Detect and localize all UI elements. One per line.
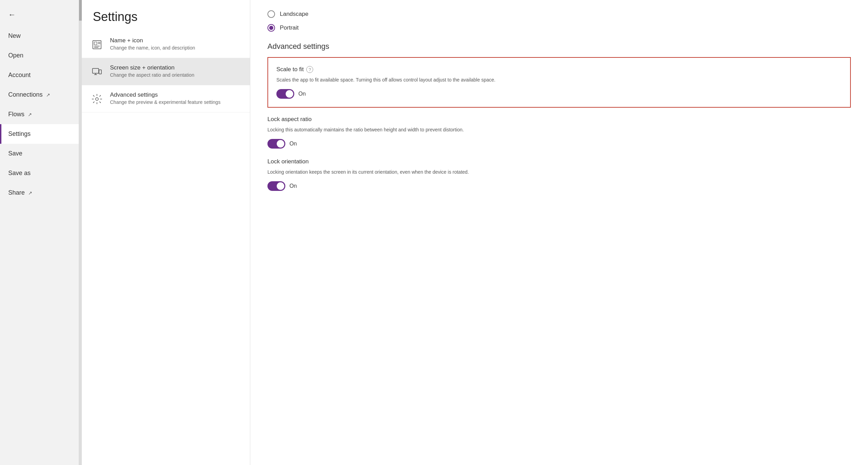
lock-aspect-toggle-knob [277,140,284,148]
content-area: Landscape Portrait Advanced settings Sca… [250,0,868,465]
external-link-icon-flows: ↗ [28,112,32,117]
scale-to-fit-toggle-label: On [298,91,306,97]
name-icon-desc: Change the name, icon, and description [110,45,195,51]
lock-aspect-desc: Locking this automatically maintains the… [267,126,851,133]
lock-aspect-section: Lock aspect ratio Locking this automatic… [267,116,851,149]
portrait-radio-label: Portrait [280,24,299,31]
sidebar-item-label-save: Save [8,150,22,157]
svg-rect-6 [92,68,99,73]
settings-panel: Settings Name + icon Change the name, ic… [82,0,250,465]
scale-to-fit-title: Scale to fit [276,66,304,73]
settings-menu-screen-size[interactable]: Screen size + orientation Change the asp… [82,58,250,85]
settings-menu-advanced[interactable]: Advanced settings Change the preview & e… [82,85,250,112]
sidebar-item-label-flows: Flows [8,111,24,118]
scale-to-fit-toggle[interactable] [276,89,294,99]
advanced-label: Advanced settings [110,91,220,98]
settings-menu-name-icon[interactable]: Name + icon Change the name, icon, and d… [82,31,250,58]
scale-to-fit-toggle-row: On [276,89,842,99]
advanced-text: Advanced settings Change the preview & e… [110,91,220,105]
name-icon-label: Name + icon [110,37,195,44]
sidebar-item-open[interactable]: Open [0,46,79,65]
landscape-radio-circle [267,10,275,18]
sidebar: ← New Open Account Connections ↗ Flows ↗… [0,0,79,465]
sidebar-item-label-new: New [8,32,21,40]
scale-to-fit-toggle-knob [286,90,293,98]
screen-size-text: Screen size + orientation Change the asp… [110,64,194,78]
sidebar-scrollbar[interactable] [79,0,82,465]
scale-to-fit-help-icon[interactable]: ? [306,66,313,73]
sidebar-item-settings[interactable]: Settings [0,124,79,144]
sidebar-item-save-as[interactable]: Save as [0,163,79,183]
external-link-icon-connections: ↗ [46,92,50,98]
name-icon-icon [90,38,104,52]
sidebar-item-label-save-as: Save as [8,170,31,177]
lock-orientation-toggle-row: On [267,181,851,191]
back-button[interactable]: ← [0,3,79,26]
lock-orientation-toggle[interactable] [267,181,285,191]
sidebar-item-label-connections: Connections [8,91,43,98]
sidebar-item-account[interactable]: Account [0,65,79,85]
sidebar-item-flows[interactable]: Flows ↗ [0,105,79,124]
advanced-settings-svg [91,94,102,105]
name-icon-text: Name + icon Change the name, icon, and d… [110,37,195,51]
lock-orientation-title: Lock orientation [267,158,309,165]
lock-aspect-toggle-label: On [289,141,297,147]
lock-aspect-row: Lock aspect ratio [267,116,851,123]
lock-aspect-title: Lock aspect ratio [267,116,312,123]
lock-aspect-toggle-row: On [267,139,851,149]
sidebar-item-label-share: Share [8,189,25,196]
sidebar-item-label-open: Open [8,52,23,59]
sidebar-item-save[interactable]: Save [0,144,79,163]
screen-size-label: Screen size + orientation [110,64,194,71]
sidebar-item-label-settings: Settings [8,130,31,138]
settings-title: Settings [82,0,250,31]
lock-orientation-section: Lock orientation Locking orientation kee… [267,158,851,191]
sidebar-item-connections[interactable]: Connections ↗ [0,85,79,105]
portrait-radio[interactable]: Portrait [267,24,851,32]
scale-to-fit-desc: Scales the app to fit available space. T… [276,76,842,84]
portrait-radio-circle [267,24,275,32]
svg-rect-9 [99,70,101,74]
scale-to-fit-row: Scale to fit ? [276,66,842,73]
orientation-group: Landscape Portrait [267,10,851,32]
landscape-radio[interactable]: Landscape [267,10,851,18]
screen-size-svg [91,66,102,77]
screen-size-icon [90,65,104,79]
svg-point-10 [96,98,98,100]
name-icon-svg [91,39,102,50]
lock-orientation-toggle-label: On [289,183,297,189]
scale-to-fit-box: Scale to fit ? Scales the app to fit ava… [267,57,851,108]
lock-orientation-toggle-knob [277,182,284,190]
lock-orientation-desc: Locking orientation keeps the screen in … [267,169,851,176]
sidebar-item-label-account: Account [8,72,31,79]
advanced-settings-icon [90,92,104,106]
svg-rect-1 [94,42,97,45]
landscape-radio-label: Landscape [280,11,308,18]
advanced-desc: Change the preview & experimental featur… [110,99,220,105]
external-link-icon-share: ↗ [28,190,32,196]
advanced-section-title: Advanced settings [267,42,851,51]
back-arrow-icon: ← [8,10,16,19]
lock-aspect-toggle[interactable] [267,139,285,149]
sidebar-item-new[interactable]: New [0,26,79,46]
screen-size-desc: Change the aspect ratio and orientation [110,72,194,78]
lock-orientation-row: Lock orientation [267,158,851,165]
sidebar-item-share[interactable]: Share ↗ [0,183,79,203]
sidebar-scrollbar-thumb[interactable] [79,0,82,21]
